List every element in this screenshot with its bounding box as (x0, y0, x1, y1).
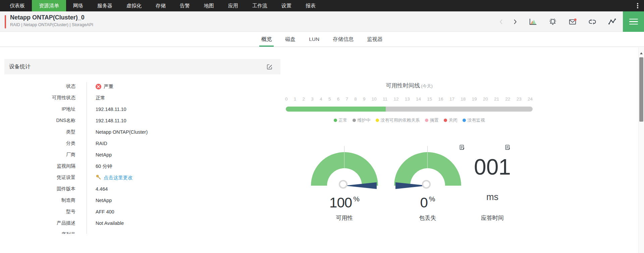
nav-item-workflow[interactable]: 工作流 (245, 0, 274, 11)
hour-tick: 15 (427, 97, 432, 102)
row-manufacturer: 制造商 NetApp (4, 195, 280, 206)
nav-item-apps[interactable]: 应用 (221, 0, 245, 11)
nav-item-maps[interactable]: 地图 (197, 0, 221, 11)
availability-panel: 可用性时间线(今天) 0 1 2 3 4 5 6 7 8 9 10 11 12 … (285, 47, 533, 253)
hour-tick: 19 (472, 97, 477, 102)
nav-item-storage[interactable]: 存储 (149, 0, 173, 11)
availability-gauge: 100% 可用性 (303, 147, 386, 248)
nav-item-servers[interactable]: 服务器 (90, 0, 119, 11)
device-stats-fields: 状态 严重 可用性状态 正常 IP地址 192.148.11.10 (4, 81, 280, 234)
hour-tick: 1 (294, 97, 297, 102)
row-dns-name: DNS名称 192.148.11.10 (4, 115, 280, 126)
nav-item-settings[interactable]: 设置 (274, 0, 299, 11)
hour-tick: 11 (383, 97, 387, 102)
device-subtitle: RAID | Netapp ONTAP(Cluster) | StorageAP… (10, 22, 93, 27)
hour-tick: 0 (285, 97, 288, 102)
row-model: 型号 AFF 400 (4, 206, 280, 217)
nav-item-dashboard[interactable]: 仪表板 (3, 0, 32, 11)
nav-item-alarms[interactable]: 告警 (173, 0, 197, 11)
mail-icon[interactable] (568, 17, 577, 26)
hour-tick: 13 (405, 97, 410, 102)
alarm-bell-icon[interactable] (548, 17, 557, 26)
hour-tick: 21 (494, 97, 499, 102)
legend-dot-normal (334, 119, 337, 122)
gauge-arc (311, 152, 378, 186)
hour-tick: 20 (483, 97, 488, 102)
dependency-link-icon[interactable] (588, 17, 597, 26)
key-icon (96, 174, 101, 181)
response-time-label: 应答时间 (450, 214, 534, 222)
row-ip-address: IP地址 192.148.11.10 (4, 104, 280, 115)
device-header: Netapp ONTAP(Cluster)_0 RAID | Netapp ON… (0, 11, 644, 32)
availability-title: 可用性时间线(今天) (285, 82, 533, 89)
legend-dot-maintenance (353, 119, 356, 122)
content-area: 设备统计 状态 严重 (0, 47, 638, 253)
hour-tick: 24 (528, 97, 533, 102)
chevron-left-icon[interactable] (497, 17, 506, 26)
legend-item: 没有可用的依赖关系 (376, 117, 420, 123)
row-firmware: 固件版本 4.464 (4, 183, 280, 195)
device-title: Netapp ONTAP(Cluster)_0 (10, 14, 85, 21)
hour-tick: 17 (449, 97, 454, 102)
nav-item-reports[interactable]: 报表 (299, 0, 323, 11)
tab-disks[interactable]: 磁盘 (284, 32, 296, 47)
row-monitor-interval: 监视间隔 60 分钟 (4, 161, 280, 172)
device-tabs: 概览 磁盘 LUN 存储信息 监视器 (0, 32, 644, 47)
hour-tick: 8 (354, 97, 357, 102)
nav-item-network[interactable]: 网络 (66, 0, 90, 11)
scrollbar-thumb[interactable] (639, 57, 643, 122)
performance-graph-icon[interactable] (529, 17, 537, 26)
hour-tick: 16 (438, 97, 443, 102)
nav-item-virtualization[interactable]: 虚拟化 (119, 0, 149, 11)
header-actions (497, 11, 644, 32)
tab-overview[interactable]: 概览 (261, 32, 272, 47)
hour-tick: 2 (303, 97, 305, 102)
legend-item: 关闭 (444, 117, 458, 123)
row-availability-status: 可用性状态 正常 (4, 92, 280, 104)
hour-tick: 4 (320, 97, 322, 102)
legend-item: 搁置 (425, 117, 439, 123)
timeline-legend: 正常 维护中 没有可用的依赖关系 搁置 关闭 没有监视 (285, 117, 533, 123)
vertical-scrollbar (638, 47, 644, 253)
report-icon[interactable] (459, 144, 466, 151)
timeline-fill (286, 107, 386, 112)
tab-monitors[interactable]: 监视器 (366, 32, 383, 47)
legend-dot-down (444, 119, 447, 122)
report-icon[interactable] (504, 144, 511, 151)
hour-tick: 6 (337, 97, 340, 102)
row-category: 分类 RAID (4, 138, 280, 149)
row-status: 状态 严重 (4, 81, 280, 92)
nav-item-inventory[interactable]: 资源清单 (32, 0, 66, 11)
legend-dot-no-dependency (376, 119, 379, 122)
page: 仪表板 资源清单 网络 服务器 虚拟化 存储 告警 地图 应用 工作流 设置 报… (0, 0, 644, 253)
availability-timeline-bar (286, 107, 533, 112)
edit-icon[interactable] (265, 62, 274, 71)
hour-tick: 3 (311, 97, 314, 102)
fields-divider (87, 82, 87, 234)
device-stats-header: 设备统计 (4, 59, 280, 74)
hour-tick: 22 (505, 97, 510, 102)
legend-item: 正常 (334, 117, 347, 123)
compare-graph-icon[interactable] (608, 17, 616, 26)
hamburger-menu-icon[interactable] (623, 11, 644, 32)
row-type: 类型 Netapp ONTAP(Cluster) (4, 126, 280, 138)
hour-tick: 23 (517, 97, 522, 102)
response-time-value: 001 (450, 154, 534, 180)
hour-tick: 14 (416, 97, 421, 102)
status-value: 严重 (104, 83, 113, 90)
hour-tick: 9 (363, 97, 366, 102)
availability-value: 100% (303, 195, 386, 211)
kebab-menu-icon[interactable] (635, 2, 641, 9)
scroll-up-arrow-icon[interactable] (640, 52, 643, 54)
critical-status-icon (96, 84, 101, 89)
tab-lun[interactable]: LUN (308, 32, 320, 47)
change-credentials-link[interactable]: 点击这里更改 (104, 175, 133, 181)
chevron-right-icon[interactable] (511, 17, 519, 26)
row-credentials: 凭证设置 点击这里更改 (4, 172, 280, 183)
row-vendor: 厂商 NetApp (4, 149, 280, 161)
legend-item: 维护中 (353, 117, 371, 123)
tab-storage-info[interactable]: 存储信息 (332, 32, 354, 47)
hour-tick: 12 (393, 97, 398, 102)
row-product-description: 产品描述 Not Available (4, 217, 280, 229)
device-stats-title: 设备统计 (9, 63, 31, 70)
